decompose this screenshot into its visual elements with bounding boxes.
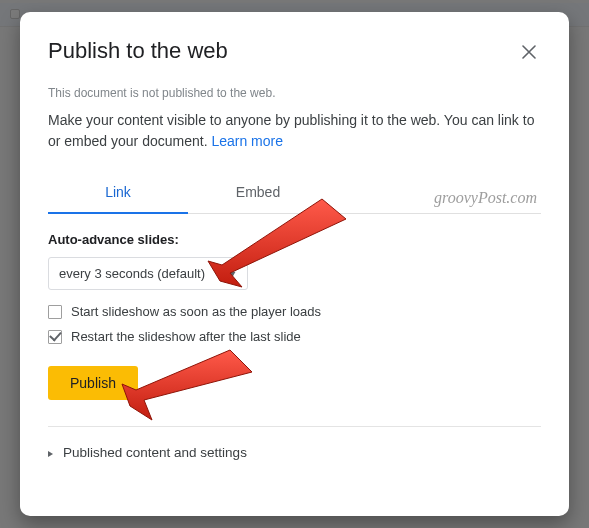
expand-label: Published content and settings	[63, 445, 247, 460]
tab-link[interactable]: Link	[48, 174, 188, 214]
checkbox-row-restart: Restart the slideshow after the last sli…	[48, 329, 541, 344]
svg-marker-1	[122, 350, 252, 420]
start-on-load-checkbox[interactable]	[48, 305, 62, 319]
checkbox-row-start: Start slideshow as soon as the player lo…	[48, 304, 541, 319]
tab-bar: Link Embed groovyPost.com	[48, 174, 541, 214]
auto-advance-label: Auto-advance slides:	[48, 232, 541, 247]
auto-advance-value: every 3 seconds (default)	[59, 266, 205, 281]
tab-embed[interactable]: Embed	[188, 174, 328, 213]
publish-status-text: This document is not published to the we…	[48, 86, 541, 100]
watermark-text: groovyPost.com	[434, 189, 537, 207]
published-content-expander[interactable]: ▸ Published content and settings	[48, 445, 541, 460]
close-icon[interactable]	[517, 40, 541, 64]
divider	[48, 426, 541, 427]
dialog-description: Make your content visible to anyone by p…	[48, 110, 541, 152]
auto-advance-select[interactable]: every 3 seconds (default) ▼	[48, 257, 248, 290]
restart-after-last-checkbox[interactable]	[48, 330, 62, 344]
publish-dialog: Publish to the web This document is not …	[20, 12, 569, 516]
publish-button[interactable]: Publish	[48, 366, 138, 400]
dialog-title: Publish to the web	[48, 38, 228, 64]
description-text: Make your content visible to anyone by p…	[48, 112, 534, 149]
learn-more-link[interactable]: Learn more	[211, 133, 283, 149]
start-on-load-label: Start slideshow as soon as the player lo…	[71, 304, 321, 319]
dialog-header: Publish to the web	[48, 38, 541, 64]
chevron-down-icon: ▼	[227, 269, 238, 279]
restart-after-last-label: Restart the slideshow after the last sli…	[71, 329, 301, 344]
expand-caret-icon: ▸	[48, 446, 53, 459]
